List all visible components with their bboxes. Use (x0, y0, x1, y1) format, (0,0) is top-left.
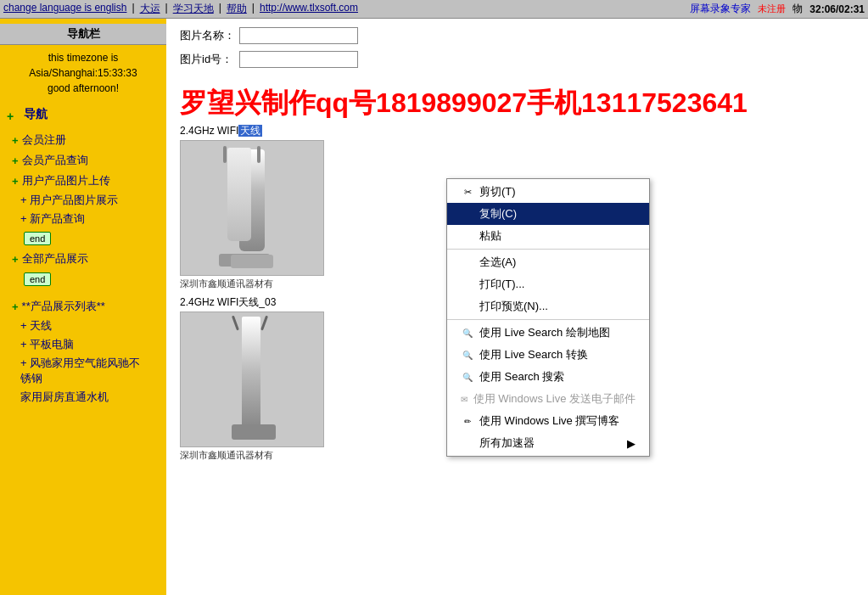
sidebar-item-tablet[interactable]: + 平板电脑 (0, 335, 166, 354)
ctx-copy[interactable]: 复制(C) (447, 203, 649, 225)
ctx-search[interactable]: 🔍 使用 Search 搜索 (447, 366, 649, 388)
main-layout: 导航栏 this timezone is Asia/Shanghai:15:33… (0, 19, 868, 595)
plus-icon: + (20, 356, 27, 369)
live-search-map-icon: 🔍 (461, 326, 474, 340)
paste-icon (461, 229, 474, 243)
print-icon (461, 278, 474, 291)
plus-icon: + (20, 212, 27, 225)
plus-icon: + (12, 154, 19, 167)
blog-icon: ✏ (461, 414, 474, 428)
nav-label-row: + 导航 (0, 103, 166, 130)
ctx-print[interactable]: 打印(T)... (447, 273, 649, 295)
company-label-1: 深圳市鑫顺通讯器材有 (180, 276, 273, 292)
accelerators-icon (461, 436, 474, 450)
plus-icon: + (20, 319, 27, 332)
link-help[interactable]: 帮助 (227, 2, 247, 16)
ctx-divider-1 (447, 249, 649, 250)
id-label: 图片id号： (180, 52, 239, 67)
plus-icon: + (20, 338, 27, 351)
select-all-icon (461, 255, 474, 269)
end-badge-1: end (24, 232, 51, 245)
wifi-highlight-1: 天线 (238, 125, 262, 137)
more-label: 物 (792, 2, 803, 16)
time-display: 32:06/02:31 (809, 3, 865, 15)
ctx-live-search-map[interactable]: 🔍 使用 Live Search 绘制地图 (447, 322, 649, 344)
link-study[interactable]: 学习天地 (173, 2, 214, 16)
plus-icon: + (12, 134, 19, 147)
ctx-windows-live-email[interactable]: ✉ 使用 Windows Live 发送电子邮件 (447, 388, 649, 410)
ctx-all-accelerators[interactable]: 所有加速器 ▶ (447, 432, 649, 454)
id-input[interactable] (239, 51, 358, 68)
wifi-label-2: 2.4GHz WIFI天线_03 (180, 295, 324, 312)
nav-label: 导航 (17, 105, 54, 124)
sidebar-item-new-product-query[interactable]: + 新产品查询 (0, 210, 166, 228)
ctx-windows-live-blog[interactable]: ✏ 使用 Windows Live 撰写博客 (447, 410, 649, 432)
context-menu: ✂ 剪切(T) 复制(C) 粘贴 全选(A) 打印(T)... (446, 178, 650, 457)
form-row-id: 图片id号： (180, 51, 854, 68)
nav-expand-icon[interactable]: + (7, 109, 14, 123)
link-change-language[interactable]: change language is english (3, 2, 126, 16)
sidebar-timezone: this timezone is Asia/Shanghai:15:33:33 … (0, 50, 166, 96)
name-input[interactable] (239, 27, 358, 44)
print-preview-icon (461, 300, 474, 313)
ctx-live-search-convert[interactable]: 🔍 使用 Live Search 转换 (447, 344, 649, 366)
sidebar-item-upload[interactable]: + 用户产品图片上传 (0, 171, 166, 191)
plus-icon: + (20, 194, 27, 206)
sidebar-item-show-images[interactable]: + 用户产品图片展示 (0, 191, 166, 210)
big-red-text: 罗望兴制作qq号1819899027手机13117523641 (166, 83, 868, 124)
unregistered-label: 未注册 (758, 3, 786, 15)
plus-icon: + (12, 300, 19, 313)
screen-recorder-label: 屏幕录象专家 (690, 2, 751, 16)
ctx-print-preview[interactable]: 打印预览(N)... (447, 295, 649, 317)
nav-links: change language is english | 大运 | 学习天地 |… (3, 2, 683, 16)
live-search-convert-icon: 🔍 (461, 348, 474, 362)
topbar: change language is english | 大运 | 学习天地 |… (0, 0, 868, 19)
search-icon: 🔍 (461, 370, 474, 384)
sidebar-item-product-list[interactable]: + **产品展示列表** (0, 296, 166, 317)
wifi-label-1: 2.4GHz WIFI (180, 125, 238, 137)
sidebar-item-water[interactable]: 家用厨房直通水机 (0, 388, 166, 407)
name-label: 图片名称： (180, 28, 239, 43)
right-info: 屏幕录象专家 未注册 物 32:06/02:31 (690, 2, 865, 16)
sidebar-header: 导航栏 (0, 24, 166, 45)
sidebar: 导航栏 this timezone is Asia/Shanghai:15:33… (0, 19, 166, 595)
copy-icon (461, 207, 474, 221)
email-icon: ✉ (461, 392, 468, 406)
form-row-name: 图片名称： (180, 27, 854, 44)
product-image-1 (180, 140, 324, 276)
ctx-paste[interactable]: 粘贴 (447, 225, 649, 247)
form-section: 图片名称： 图片id号： (166, 19, 868, 83)
ctx-cut[interactable]: ✂ 剪切(T) (447, 181, 649, 203)
ctx-select-all[interactable]: 全选(A) (447, 251, 649, 273)
sidebar-item-register[interactable]: + 会员注册 (0, 130, 166, 150)
content-area: 图片名称： 图片id号： 罗望兴制作qq号1819899027手机1311752… (166, 19, 868, 595)
link-tlxsoft[interactable]: http://www.tlxsoft.com (260, 2, 358, 16)
plus-icon: + (12, 253, 19, 266)
arrow-icon: ▶ (627, 437, 636, 450)
sidebar-item-all-products[interactable]: + 全部产品展示 (0, 249, 166, 269)
cut-icon: ✂ (461, 185, 474, 199)
sidebar-item-antenna[interactable]: + 天线 (0, 317, 166, 335)
link-dayun[interactable]: 大运 (140, 2, 160, 16)
plus-icon: + (12, 175, 19, 188)
ctx-divider-2 (447, 319, 649, 320)
end-badge-2: end (24, 272, 51, 286)
sidebar-item-air-energy[interactable]: + 风驰家用空气能风驰不锈钢 (0, 354, 166, 388)
sidebar-item-member-query[interactable]: + 会员产品查询 (0, 150, 166, 171)
product-image-2 (180, 312, 324, 447)
company-label-2: 深圳市鑫顺通讯器材有 (180, 447, 273, 463)
